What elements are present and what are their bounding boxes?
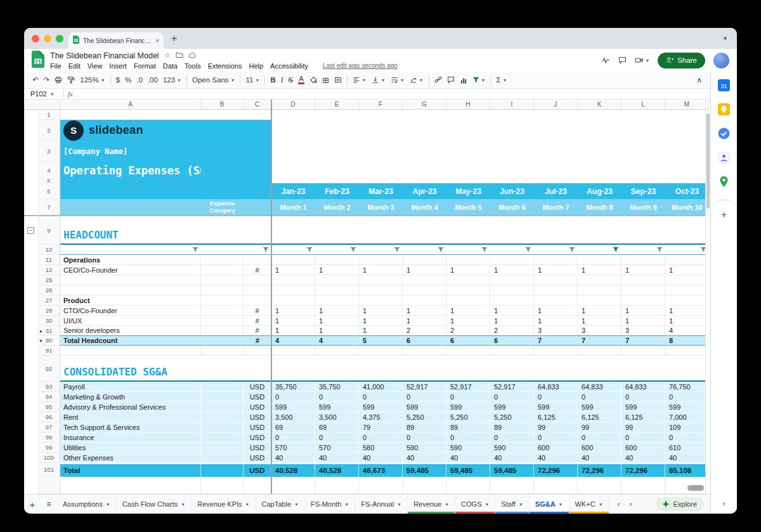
cell-H91[interactable] — [446, 346, 490, 356]
cell-J[interactable] — [534, 477, 578, 494]
star-icon[interactable]: ☆ — [164, 52, 171, 59]
cell-E30[interactable]: 1 — [315, 316, 359, 326]
format-percent-button[interactable]: % — [122, 74, 134, 86]
cell-E98[interactable]: 0 — [315, 432, 359, 443]
cell-G25[interactable] — [403, 275, 446, 285]
cell-E97[interactable]: 69 — [315, 422, 359, 432]
borders-icon[interactable]: ⊞ — [320, 74, 332, 86]
cell-E94[interactable]: 0 — [315, 392, 359, 402]
row-header-9[interactable]: 9 — [38, 216, 60, 245]
cell-B28[interactable] — [201, 306, 244, 316]
cell-C12[interactable]: # — [244, 265, 271, 275]
cell-G91[interactable] — [403, 346, 446, 356]
cell-G12[interactable]: 1 — [403, 265, 446, 275]
cell-D27[interactable] — [271, 295, 315, 306]
cell-G90[interactable]: 6 — [403, 335, 446, 346]
cell-K25[interactable] — [578, 275, 621, 285]
sheet-tab-cash-flow-charts[interactable]: Cash Flow Charts▼ — [117, 495, 192, 514]
column-header-H[interactable]: H — [446, 100, 490, 110]
cell-A4[interactable]: Operating Expenses (SG&A) — [60, 162, 201, 179]
cell-M26[interactable] — [665, 285, 709, 295]
strikethrough-button[interactable]: S — [286, 74, 296, 86]
decrease-decimal-button[interactable]: .0 — [134, 74, 145, 86]
cell-K3[interactable] — [578, 141, 621, 162]
cell-G97[interactable]: 89 — [403, 422, 446, 432]
insert-chart-icon[interactable] — [457, 74, 470, 86]
cell-F7[interactable]: Month 3 — [359, 199, 403, 216]
cell-J90[interactable]: 7 — [534, 335, 578, 346]
cell-L91[interactable] — [621, 346, 665, 356]
prev-sheets-icon[interactable]: ‹ — [618, 500, 620, 509]
account-avatar[interactable] — [713, 53, 729, 68]
cell-K100[interactable]: 40 — [578, 453, 621, 463]
cell-G31[interactable]: 2 — [403, 326, 446, 335]
cell-I28[interactable]: 1 — [490, 306, 534, 316]
redo-icon[interactable]: ↷ — [41, 74, 53, 86]
cell-I99[interactable]: 590 — [490, 443, 534, 453]
sheet-tab-menu-icon[interactable]: ▼ — [106, 502, 110, 507]
cell-D1[interactable] — [271, 110, 315, 120]
cell-J95[interactable]: 599 — [534, 402, 578, 412]
cell-I90[interactable]: 6 — [490, 335, 534, 346]
insert-comment-icon[interactable] — [445, 74, 457, 86]
sheet-tab-assumptions[interactable]: Assumptions▼ — [57, 495, 117, 514]
cell-J7[interactable]: Month 7 — [534, 199, 578, 216]
cell-B25[interactable] — [201, 275, 244, 285]
cell-M93[interactable]: 76,750 — [665, 382, 709, 392]
cell-I4[interactable] — [490, 162, 534, 179]
text-rotation-icon[interactable]: ▼ — [407, 74, 426, 86]
paint-format-icon[interactable] — [65, 74, 77, 86]
row-header-28[interactable]: 28 — [38, 306, 60, 316]
cell-B26[interactable] — [201, 285, 244, 295]
cell-C[interactable] — [244, 477, 271, 494]
row-header-98[interactable]: 98 — [38, 432, 60, 443]
cell-D28[interactable]: 1 — [271, 306, 315, 316]
cell-F4[interactable] — [359, 162, 403, 179]
cell-B2[interactable] — [201, 120, 244, 141]
cell-L25[interactable] — [621, 275, 665, 285]
filter-button-E10[interactable] — [315, 245, 359, 255]
cell-K11[interactable] — [578, 255, 621, 265]
cell-J6[interactable]: Jul-23 — [534, 183, 578, 199]
filter-button-I10[interactable] — [490, 245, 534, 255]
column-header-M[interactable]: M — [665, 100, 709, 110]
cell-H100[interactable]: 40 — [446, 453, 490, 463]
filter-button-A10[interactable] — [60, 245, 201, 255]
cell-E101[interactable]: 40,528 — [315, 463, 359, 477]
cell-L95[interactable]: 599 — [621, 402, 665, 412]
get-add-ons-button[interactable]: + — [721, 210, 727, 220]
cell-I97[interactable]: 89 — [490, 422, 534, 432]
row-header-11[interactable]: 11 — [38, 255, 60, 265]
menu-insert[interactable]: Insert — [109, 62, 127, 70]
cell-I11[interactable] — [490, 255, 534, 265]
row-header-91[interactable]: 91 — [38, 346, 60, 356]
cell-J101[interactable]: 72,296 — [534, 463, 578, 477]
row-header-12[interactable]: 12 — [38, 265, 60, 275]
row-header-1[interactable]: 1 — [38, 110, 60, 120]
cell-B6[interactable] — [201, 183, 244, 199]
filter-button-M10[interactable] — [665, 245, 709, 255]
cell-F95[interactable]: 599 — [359, 402, 403, 412]
cell-D97[interactable]: 69 — [271, 422, 315, 432]
cell-L1[interactable] — [621, 110, 665, 120]
cell-G[interactable] — [403, 477, 446, 494]
cell-K91[interactable] — [578, 346, 621, 356]
close-tab-icon[interactable]: × — [155, 37, 159, 44]
cell-C26[interactable] — [244, 285, 271, 295]
cell-K12[interactable]: 1 — [578, 265, 621, 275]
cell-I98[interactable]: 0 — [490, 432, 534, 443]
sheet-tab-captable[interactable]: CapTable▼ — [256, 495, 305, 514]
cell-E1[interactable] — [315, 110, 359, 120]
cell-B12[interactable] — [201, 265, 244, 275]
cell-M95[interactable]: 599 — [665, 402, 709, 412]
format-currency-button[interactable]: $ — [114, 74, 122, 86]
menu-data[interactable]: Data — [163, 62, 178, 70]
cell-D95[interactable]: 599 — [271, 402, 315, 412]
row-header-x[interactable] — [38, 477, 60, 494]
sheet-tab-menu-icon[interactable]: ▼ — [294, 502, 299, 507]
cell-J27[interactable] — [534, 295, 578, 306]
cell-M6[interactable]: Oct-23 — [665, 183, 709, 199]
cell-G2[interactable] — [403, 120, 446, 141]
cell-L98[interactable]: 0 — [621, 432, 665, 443]
cell-C31[interactable]: # — [244, 326, 271, 335]
